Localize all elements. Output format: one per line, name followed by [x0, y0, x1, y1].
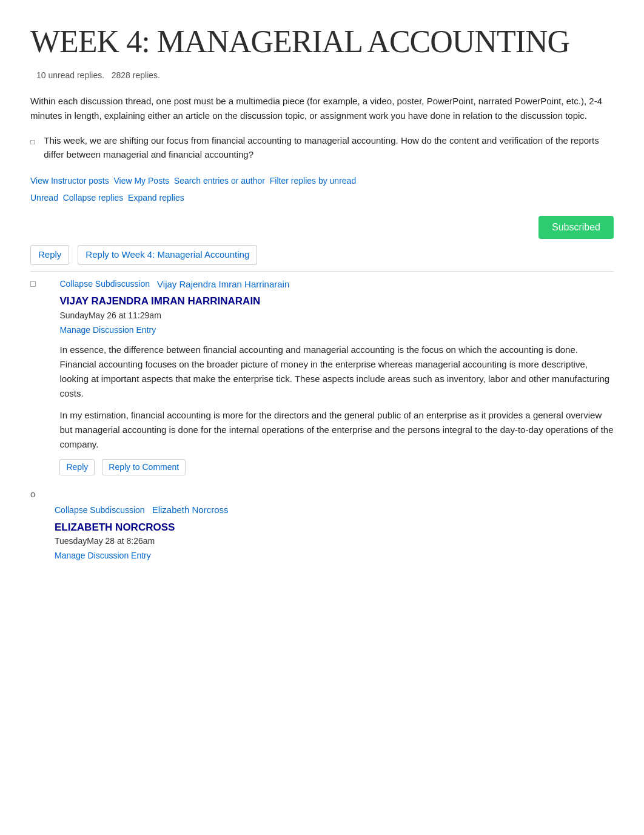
timestamp-1: SundayMay 26 at 11:29am — [59, 309, 614, 322]
post-para-1-1: In essence, the difference between finan… — [59, 343, 614, 401]
discussion-prompt-body: Within each discussion thread, one post … — [30, 94, 614, 123]
reply-to-week-button[interactable]: Reply to Week 4: Managerial Accounting — [78, 245, 257, 265]
collapse-subdiscussion-1[interactable]: Collapse Subdiscussion — [59, 278, 150, 290]
expand-icon-1: □ — [30, 278, 35, 290]
reply-button[interactable]: Reply — [30, 245, 69, 265]
subscribed-area: Subscribed — [30, 216, 614, 239]
author-link-2[interactable]: Elizabeth Norcross — [152, 503, 229, 517]
collapse-replies-link[interactable]: Collapse replies — [63, 193, 124, 203]
post-body-1: In essence, the difference between finan… — [59, 343, 614, 452]
expand-replies-link[interactable]: Expand replies — [128, 193, 184, 203]
filter-replies-link[interactable]: Filter replies by unread — [270, 176, 356, 186]
unread-count: 10 unread replies. — [36, 70, 104, 80]
view-my-posts-link[interactable]: View My Posts — [113, 176, 169, 186]
reply-to-comment-link-1[interactable]: Reply to Comment — [102, 459, 186, 475]
manage-entry-link-1[interactable]: Manage Discussion Entry — [59, 324, 156, 337]
search-entries-link[interactable]: Search entries or author — [174, 176, 265, 186]
author-name-1: VIJAY RAJENDRA IMRAN HARRINARAIN — [59, 293, 614, 309]
thread-row-1: □ Collapse Subdiscussion Vijay Rajendra … — [30, 278, 614, 479]
author-name-large-1[interactable]: VIJAY RAJENDRA IMRAN HARRINARAIN — [59, 295, 260, 307]
subdiscussion-header-2: Collapse Subdiscussion Elizabeth Norcros… — [55, 503, 614, 517]
action-links: View Instructor posts View My Posts Sear… — [30, 172, 614, 206]
unread-link[interactable]: Unread — [30, 193, 58, 203]
reply-counts: 10 unread replies. 2828 replies. — [30, 69, 614, 82]
prompt-icon: □ — [30, 136, 35, 147]
prompt-text: This week, we are shifting our focus fro… — [44, 134, 614, 161]
section-divider — [30, 271, 614, 272]
view-instructor-posts-link[interactable]: View Instructor posts — [30, 176, 109, 186]
collapse-subdiscussion-2[interactable]: Collapse Subdiscussion — [55, 504, 145, 517]
reply-buttons-area: Reply Reply to Week 4: Managerial Accoun… — [30, 245, 614, 265]
subdiscussion-header-1: Collapse Subdiscussion Vijay Rajendra Im… — [59, 278, 614, 292]
subscribed-button[interactable]: Subscribed — [538, 216, 614, 239]
author-name-2: ELIZABETH NORCROSS — [55, 520, 614, 535]
prompt-block: □ This week, we are shifting our focus f… — [30, 134, 614, 161]
author-name-large-2[interactable]: ELIZABETH NORCROSS — [55, 521, 175, 533]
reply-link-1[interactable]: Reply — [59, 459, 95, 475]
total-count: 2828 replies. — [112, 70, 160, 80]
post-para-1-2: In my estimation, financial accounting i… — [59, 408, 614, 452]
page-title: WEEK 4: MANAGERIAL ACCOUNTING — [30, 18, 614, 65]
manage-entry-link-2[interactable]: Manage Discussion Entry — [55, 549, 151, 562]
separator-icon-2: o — [30, 489, 35, 499]
thread-separator-2: o — [30, 488, 614, 501]
thread-entry-2: Collapse Subdiscussion Elizabeth Norcros… — [30, 503, 614, 568]
inline-reply-links-1: Reply Reply to Comment — [59, 459, 614, 475]
timestamp-2: TuesdayMay 28 at 8:26am — [55, 535, 614, 548]
author-link-1[interactable]: Vijay Rajendra Imran Harrinarain — [157, 278, 289, 292]
